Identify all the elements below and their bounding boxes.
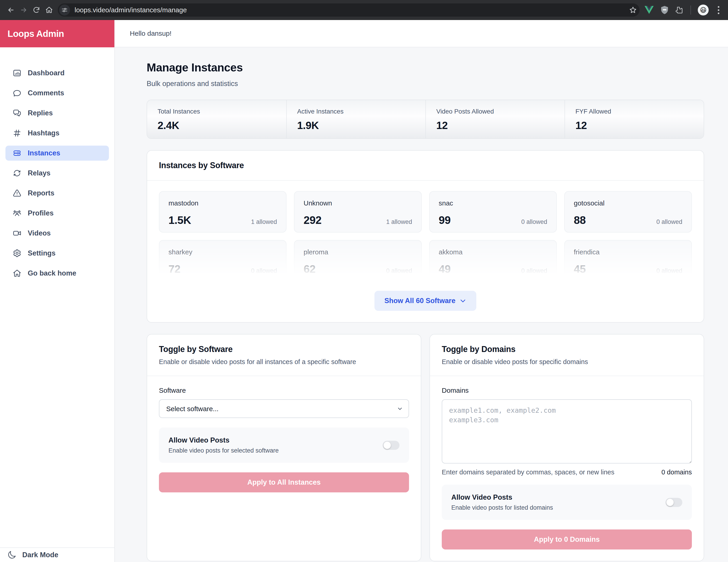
sidebar-item-instances[interactable]: Instances: [5, 146, 109, 161]
stat-label: Active Instances: [297, 108, 415, 115]
stat-fyf-allowed: FYF Allowed 12: [565, 100, 704, 138]
software-allowed: 1 allowed: [386, 218, 412, 225]
address-bar[interactable]: [58, 3, 640, 17]
sidebar-item-label: Replies: [28, 109, 53, 117]
extensions-puzzle-icon[interactable]: [675, 6, 684, 14]
sidebar-item-profiles[interactable]: Profiles: [5, 206, 109, 221]
sidebar-item-label: Reports: [28, 189, 54, 197]
brand-header: Loops Admin: [0, 20, 114, 47]
apply-all-instances-button[interactable]: Apply to All Instances: [159, 472, 409, 492]
software-count: 99: [439, 214, 451, 226]
software-select-wrap: Select software...: [159, 399, 409, 418]
show-all-label: Show All 60 Software: [384, 297, 455, 305]
dark-mode-label: Dark Mode: [22, 551, 58, 559]
profile-avatar[interactable]: 😃: [698, 5, 709, 15]
dark-mode-toggle[interactable]: Dark Mode: [0, 547, 114, 562]
domains-helper-row: Enter domains separated by commas, space…: [442, 469, 692, 476]
brand-title: Loops Admin: [8, 29, 64, 39]
domains-textarea[interactable]: [442, 399, 692, 464]
extensions-area: 😃: [645, 5, 723, 15]
sidebar-item-replies[interactable]: Replies: [5, 106, 109, 121]
toggle-domains-subtitle: Enable or disable video posts for specif…: [442, 358, 692, 366]
sidebar: Loops Admin Dashboard Comments Replies H…: [0, 20, 115, 562]
stat-total-instances: Total Instances 2.4K: [147, 100, 286, 138]
toggle-row-subtitle: Enable video posts for selected software: [168, 447, 279, 454]
page-subtitle: Bulk operations and statistics: [147, 80, 704, 88]
toggle-sections: Toggle by Software Enable or disable vid…: [147, 334, 704, 561]
show-all-software-button[interactable]: Show All 60 Software: [374, 291, 476, 311]
browser-toolbar: 😃: [0, 0, 728, 20]
toolbar-separator: [690, 5, 691, 15]
url-input[interactable]: [75, 6, 629, 14]
apply-domains-button[interactable]: Apply to 0 Domains: [442, 529, 692, 549]
allow-video-posts-domains-switch[interactable]: [665, 498, 682, 507]
sidebar-nav: Dashboard Comments Replies Hashtags Inst: [0, 47, 114, 547]
software-name: sharkey: [168, 248, 277, 256]
content: Manage Instances Bulk operations and sta…: [115, 47, 728, 562]
switch-knob: [666, 499, 674, 506]
sidebar-item-dashboard[interactable]: Dashboard: [5, 65, 109, 80]
software-card-akkoma: akkoma 490 allowed: [429, 240, 557, 280]
browser-back-button[interactable]: [5, 4, 17, 16]
software-select[interactable]: Select software...: [159, 399, 409, 418]
sidebar-item-comments[interactable]: Comments: [5, 86, 109, 101]
bookmark-button[interactable]: [629, 6, 637, 14]
sidebar-item-go-back-home[interactable]: Go back home: [5, 266, 109, 281]
instances-by-software-card: Instances by Software mastodon 1.5K1 all…: [147, 150, 704, 323]
home-icon: [45, 6, 53, 14]
sidebar-item-label: Comments: [28, 89, 64, 97]
software-allowed: 0 allowed: [386, 267, 412, 274]
software-card-header: Instances by Software: [147, 151, 704, 181]
site-info-button[interactable]: [59, 5, 70, 15]
software-card-gotosocial: gotosocial 880 allowed: [564, 191, 692, 232]
sidebar-item-reports[interactable]: Reports: [5, 186, 109, 201]
software-card-unknown: Unknown 2921 allowed: [294, 191, 422, 232]
allow-video-posts-software-row: Allow Video Posts Enable video posts for…: [159, 428, 409, 463]
software-card-pleroma: pleroma 620 allowed: [294, 240, 422, 280]
sidebar-item-label: Dashboard: [28, 69, 65, 77]
software-count: 49: [439, 263, 451, 275]
browser-reload-button[interactable]: [30, 4, 43, 16]
software-card-body: mastodon 1.5K1 allowed Unknown 2921 allo…: [147, 181, 704, 322]
adblock-shield-icon[interactable]: [660, 5, 669, 15]
toggle-row-title: Allow Video Posts: [451, 493, 553, 502]
software-count: 1.5K: [168, 214, 191, 226]
topbar: Hello dansup!: [115, 20, 728, 47]
software-count: 72: [168, 263, 180, 275]
tune-icon: [61, 7, 68, 13]
toggle-domains-title: Toggle by Domains: [442, 345, 692, 354]
stat-label: Video Posts Allowed: [436, 108, 554, 115]
software-name: mastodon: [168, 199, 277, 207]
software-allowed: 0 allowed: [656, 218, 682, 225]
toggle-row-subtitle: Enable video posts for listed domains: [451, 504, 553, 511]
browser-menu-button[interactable]: [715, 5, 722, 15]
sidebar-item-relays[interactable]: Relays: [5, 166, 109, 181]
software-card-friendica: friendica 450 allowed: [564, 240, 692, 280]
home-icon: [13, 269, 22, 278]
sidebar-item-label: Go back home: [28, 269, 76, 277]
toggle-row-title: Allow Video Posts: [168, 436, 279, 444]
browser-forward-button[interactable]: [17, 4, 30, 16]
software-count: 292: [304, 214, 321, 226]
software-name: gotosocial: [574, 199, 682, 207]
domain-count: 0 domains: [661, 469, 692, 476]
toggle-by-software-card: Toggle by Software Enable or disable vid…: [147, 334, 421, 561]
sidebar-item-hashtags[interactable]: Hashtags: [5, 126, 109, 141]
sidebar-item-settings[interactable]: Settings: [5, 246, 109, 261]
sidebar-item-videos[interactable]: Videos: [5, 226, 109, 241]
switch-knob: [384, 442, 391, 449]
software-count: 45: [574, 263, 586, 275]
toggle-software-title: Toggle by Software: [159, 345, 409, 354]
browser-home-button[interactable]: [43, 4, 55, 16]
software-name: snac: [439, 199, 547, 207]
software-card-snac: snac 990 allowed: [429, 191, 557, 232]
comment-bubble-icon: [13, 88, 22, 98]
vue-devtools-icon[interactable]: [645, 6, 654, 14]
software-grid: mastodon 1.5K1 allowed Unknown 2921 allo…: [159, 191, 692, 280]
screen: 😃 Loops Admin Dashboard Comments Replies: [0, 0, 728, 562]
sidebar-item-label: Hashtags: [28, 129, 60, 137]
software-name: akkoma: [439, 248, 547, 256]
software-count: 62: [304, 263, 315, 275]
allow-video-posts-software-switch[interactable]: [383, 441, 399, 450]
software-card-sharkey: sharkey 720 allowed: [159, 240, 286, 280]
